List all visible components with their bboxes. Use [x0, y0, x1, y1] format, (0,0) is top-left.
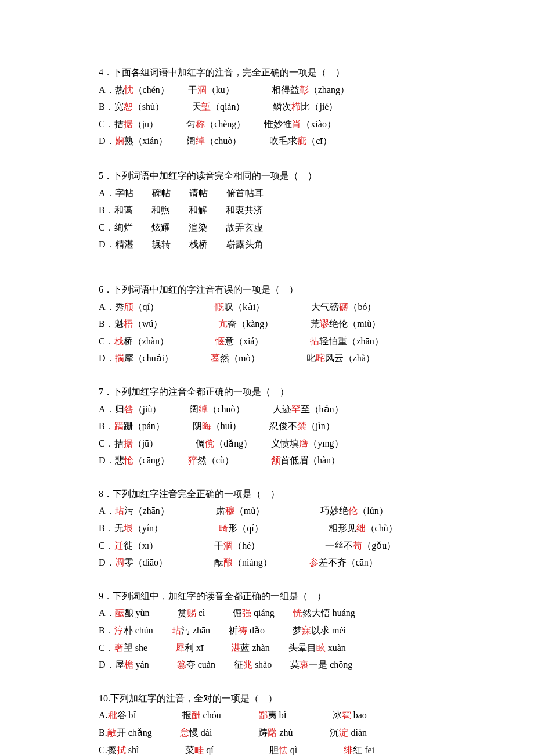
q5-opt-d: D．精湛 辗转 栈桥 崭露头角 — [99, 236, 534, 253]
q9-options: A．酝酿 yùn 赏赐 cì 倔强 qiáng 恍然大悟 huáng B．淳朴 … — [99, 604, 534, 673]
q9-opt-c: C．奢望 shē 犀利 xī 湛蓝 zhàn 头晕目眩 xuàn — [99, 639, 534, 657]
q9-opt-d: D．屋檐 yán 篡夺 cuàn 征兆 shào 莫衷一是 chōng — [99, 656, 534, 674]
q5-opt-b: B．和蔼 和煦 和解 和衷共济 — [99, 201, 534, 219]
q4-options: A．热忱（chén） 干涸（kū） 相得益彰（zhāng） B．宽恕（shù） … — [99, 81, 534, 150]
q10-opt-a: A.秕谷 bǐ 报酬 chóu 鄙夷 bǐ 冰雹 bāo — [99, 707, 534, 724]
q6-opt-c: C．栈桥（zhàn） 惬意（xiá） 拈轻怕重（zhān） — [99, 333, 534, 350]
q7-options: A．归咎（jiù） 阔绰（chuò） 人迹罕至（hǎn） B．蹒跚（pán） 阴… — [99, 401, 534, 469]
q8-options: A．玷污（zhān） 肃穆（mù） 巧妙绝伦（lún） B．无垠（yín） 畸形… — [99, 502, 534, 571]
q4-stem: 4．下面各组词语中加红字的注音，完全正确的一项是（ ） — [99, 64, 534, 81]
q4-opt-a: A．热忱（chén） 干涸（kū） 相得益彰（zhāng） — [99, 81, 534, 99]
q10-opt-b: B.敞开 chǎng 怠慢 dài 踌躇 zhù 沉淀 diàn — [99, 724, 534, 741]
q5-stem: 5．下列词语中加红字的读音完全相同的一项是（ ） — [99, 167, 534, 185]
q7-stem: 7．下列加红字的注音全都正确的一项是（ ） — [99, 383, 534, 401]
q6-stem: 6．下列词语中加红的字注音有误的一项是（ ） — [99, 281, 534, 298]
q4-opt-c: C．拮据（jū） 匀称（chèng） 惟妙惟肖（xiào） — [99, 116, 534, 133]
q5-opt-a: A．字帖 碑帖 请帖 俯首帖耳 — [99, 185, 534, 202]
q7-opt-c: C．拮据（jū） 倜傥（dǎng） 义愤填膺（yīng） — [99, 435, 534, 452]
q9-opt-a: A．酝酿 yùn 赏赐 cì 倔强 qiáng 恍然大悟 huáng — [99, 604, 534, 622]
q7-opt-b: B．蹒跚（pán） 阴晦（huǐ） 忍俊不禁（jìn） — [99, 417, 534, 435]
q8-opt-c: C．迁徙（xī） 干涸（hé） 一丝不苟（gǒu） — [99, 537, 534, 555]
q9-stem: 9．下列词组中，加红字的读音全都正确的一组是（ ） — [99, 588, 534, 605]
q4-opt-d: D．娴熟（xián） 阔绰（chuò） 吹毛求疵（cī） — [99, 132, 534, 150]
q7-opt-d: D．悲怆（cāng） 猝然（cù） 颔首低眉（hàn） — [99, 452, 534, 469]
q5-options: A．字帖 碑帖 请帖 俯首帖耳 B．和蔼 和煦 和解 和衷共济 C．绚烂 炫耀 … — [99, 185, 534, 253]
q9-opt-b: B．淳朴 chún 玷污 zhān 祈祷 dǎo 梦寐以求 mèi — [99, 622, 534, 639]
q10-options: A.秕谷 bǐ 报酬 chóu 鄙夷 bǐ 冰雹 bāo B.敞开 chǎng … — [99, 707, 534, 756]
q4-opt-b: B．宽恕（shù） 天堑（qiàn） 鳞次栉比（jié） — [99, 98, 534, 116]
q5-opt-c: C．绚烂 炫耀 渲染 故弄玄虚 — [99, 219, 534, 236]
q8-opt-d: D．凋零（diāo） 酝酿（niàng） 参差不齐（cān） — [99, 554, 534, 571]
q8-opt-b: B．无垠（yín） 畸形（qí） 相形见绌（chù） — [99, 520, 534, 537]
q8-opt-a: A．玷污（zhān） 肃穆（mù） 巧妙绝伦（lún） — [99, 502, 534, 520]
q10-stem: 10.下列加红字的注音，全对的一项是（ ） — [99, 690, 534, 707]
q6-opt-b: B．魁梧（wú） 亢奋（kàng） 荒谬绝伦（miù） — [99, 315, 534, 333]
q7-opt-a: A．归咎（jiù） 阔绰（chuò） 人迹罕至（hǎn） — [99, 401, 534, 418]
q6-opt-a: A．秀颀（qí） 慨叹（kǎi） 大气磅礴（bó） — [99, 298, 534, 316]
q6-options: A．秀颀（qí） 慨叹（kǎi） 大气磅礴（bó） B．魁梧（wú） 亢奋（kà… — [99, 298, 534, 367]
q6-opt-d: D．揣摩（chuǎi） 蓦然（mò） 叱咤风云（zhà） — [99, 350, 534, 367]
q10-opt-c: C.擦拭 shì 菜畦 qí 胆怯 qì 绯红 fēi — [99, 741, 534, 756]
q8-stem: 8．下列加红字注音完全正确的一项是（ ） — [99, 485, 534, 503]
